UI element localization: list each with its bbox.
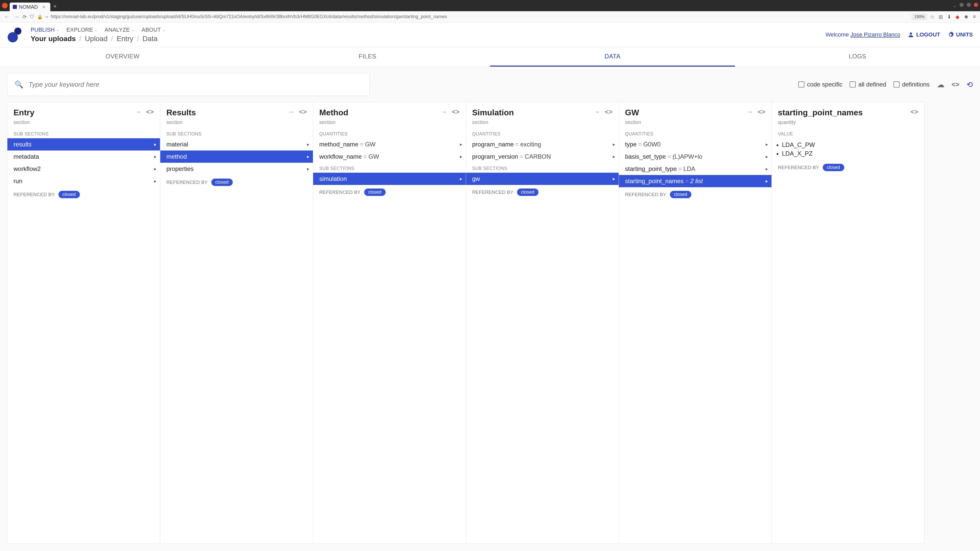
nav-explore[interactable]: EXPLORE⌄ <box>66 27 97 33</box>
check-definitions[interactable]: definitions <box>894 81 930 88</box>
toolbar-right: code specific all defined definitions ☁ … <box>798 80 973 89</box>
nomad-logo-icon[interactable] <box>7 27 24 43</box>
profile-icon[interactable]: ☻ <box>963 14 969 20</box>
units-button[interactable]: UNITS <box>947 32 973 38</box>
quantity-row-program_version[interactable]: program_version=CARBON ▸ <box>466 151 619 163</box>
code-brackets-icon[interactable]: <> <box>911 108 918 116</box>
window-minimize-icon[interactable] <box>959 3 964 7</box>
closed-badge[interactable]: closed <box>211 179 233 186</box>
right-arrow-icon[interactable]: → <box>288 108 294 116</box>
closed-badge[interactable]: closed <box>517 189 538 196</box>
code-brackets-icon[interactable]: <> <box>758 108 765 116</box>
referenced-by-label: REFERENCED BY <box>166 179 208 185</box>
quantity-row-type[interactable]: type=G0W0 ▸ <box>619 138 772 151</box>
quantity-row-workflow_name[interactable]: workflow_name=GW ▸ <box>313 151 466 163</box>
nav-about[interactable]: ABOUT⌄ <box>142 27 165 33</box>
column-title: Entry <box>14 108 35 118</box>
subsection-row-properties[interactable]: properties ▸ <box>160 163 313 175</box>
refresh-icon[interactable]: ⟲ <box>966 80 973 89</box>
subsection-row-material[interactable]: material ▸ <box>160 138 313 151</box>
code-brackets-icon[interactable]: <> <box>605 108 612 116</box>
check-code-specific[interactable]: code specific <box>798 81 842 88</box>
search-box[interactable]: 🔍 <box>7 73 369 96</box>
code-brackets-icon[interactable]: <> <box>452 108 460 116</box>
quantity-row-starting_point_names[interactable]: starting_point_names=2 list ▸ <box>619 175 772 187</box>
tab-data[interactable]: DATA <box>490 47 735 67</box>
subsection-row-method[interactable]: method ▸ <box>160 151 313 163</box>
logout-button[interactable]: LOGOUT <box>907 32 940 38</box>
breadcrumb-entry[interactable]: Entry <box>117 35 133 43</box>
right-arrow-icon[interactable]: → <box>135 108 142 116</box>
subsection-row-results[interactable]: results ▸ <box>7 138 160 151</box>
referenced-by-label: REFERENCED BY <box>319 189 361 195</box>
subsection-row-run[interactable]: run ▸ <box>7 175 160 187</box>
chevron-right-icon: ▸ <box>765 166 768 171</box>
breadcrumb-data[interactable]: Data <box>142 35 158 43</box>
quantity-row-basis_set_type[interactable]: basis_set_type=(L)APW+lo ▸ <box>619 151 772 163</box>
quantity-row-starting_point_type[interactable]: starting_point_type=LDA ▸ <box>619 163 772 175</box>
quantity-value: (L)APW+lo <box>673 153 702 160</box>
cloud-download-icon[interactable]: ☁ <box>937 80 945 89</box>
lock-icon: 🔒 <box>37 14 43 20</box>
quantity-row-method_name[interactable]: method_name=GW ▸ <box>313 138 466 151</box>
subsections-label: SUB SECTIONS <box>160 128 313 138</box>
closed-badge[interactable]: closed <box>670 191 691 198</box>
back-icon[interactable]: ← <box>4 14 10 20</box>
closed-badge[interactable]: closed <box>59 191 80 198</box>
tab-logs[interactable]: LOGS <box>735 47 980 67</box>
window-maximize-icon[interactable] <box>967 3 971 7</box>
right-arrow-icon[interactable]: → <box>593 108 600 116</box>
nav-analyze[interactable]: ANALYZE⌄ <box>105 27 135 33</box>
user-link[interactable]: Jose Pizarro Blanco <box>850 32 900 38</box>
browser-tab[interactable]: NOMAD × <box>10 3 50 11</box>
chevron-right-icon: ▸ <box>460 176 462 182</box>
quantity-label: type <box>625 141 636 148</box>
column-subtitle: section <box>313 119 466 128</box>
referenced-by: REFERENCED BY closed <box>313 185 466 200</box>
closed-badge[interactable]: closed <box>364 189 386 196</box>
check-all-defined[interactable]: all defined <box>850 81 886 88</box>
quantity-label: method_name <box>319 141 358 148</box>
breadcrumb-upload[interactable]: Upload <box>85 35 108 43</box>
forward-icon[interactable]: → <box>14 14 19 20</box>
closed-badge[interactable]: closed <box>823 164 844 171</box>
quantity-value: CARBON <box>525 153 551 160</box>
subsection-row-workflow2[interactable]: workflow2 ▸ <box>7 163 160 175</box>
tab-overview[interactable]: OVERVIEW <box>0 47 245 67</box>
code-brackets-icon[interactable]: <> <box>952 81 959 89</box>
column-header-icons: → <> <box>135 108 154 116</box>
right-arrow-icon[interactable]: → <box>441 108 447 116</box>
download-icon[interactable]: ⬇ <box>947 14 951 20</box>
right-arrow-icon[interactable]: → <box>746 108 753 116</box>
column-subtitle: section <box>160 119 313 128</box>
subsection-row-metadata[interactable]: metadata ▸ <box>7 151 160 163</box>
reload-icon[interactable]: ⟳ <box>22 14 27 20</box>
breadcrumb-root[interactable]: Your uploads <box>30 35 76 43</box>
search-input[interactable] <box>29 81 362 89</box>
checkbox-icon <box>894 81 900 87</box>
svg-point-1 <box>8 32 18 42</box>
extension-red-icon[interactable]: ◆ <box>956 14 959 20</box>
extensions-icon[interactable]: ⊞ <box>939 14 943 20</box>
subsection-row-gw[interactable]: gw ▸ <box>466 173 619 185</box>
tab-files[interactable]: FILES <box>245 47 490 67</box>
referenced-by: REFERENCED BY closed <box>466 185 619 200</box>
chevron-right-icon: ▸ <box>154 141 156 147</box>
tab-close-icon[interactable]: × <box>42 4 45 10</box>
quantity-row-program_name[interactable]: program_name=exciting ▸ <box>466 138 619 151</box>
svg-point-2 <box>910 32 912 35</box>
code-brackets-icon[interactable]: <> <box>299 108 307 116</box>
menu-icon[interactable]: ≡ <box>973 14 976 20</box>
subsection-row-simulation[interactable]: simulation ▸ <box>313 173 466 185</box>
url-field[interactable]: 🛡 🔒 ⊸ https://nomad-lab.eu/prod/v1/stagi… <box>30 14 909 20</box>
new-tab-button[interactable]: + <box>53 3 57 10</box>
zoom-level[interactable]: 190% <box>912 14 927 20</box>
code-brackets-icon[interactable]: <> <box>146 108 154 116</box>
window-controls: ⌄ <box>953 3 978 8</box>
referenced-by: REFERENCED BY closed <box>772 160 924 175</box>
nav-publish[interactable]: PUBLISH⌄ <box>30 27 59 33</box>
bookmark-icon[interactable]: ☆ <box>930 14 935 20</box>
window-close-icon[interactable] <box>974 3 978 7</box>
chevron-down-icon[interactable]: ⌄ <box>953 3 956 8</box>
column-header: Entry → <> <box>7 102 160 119</box>
